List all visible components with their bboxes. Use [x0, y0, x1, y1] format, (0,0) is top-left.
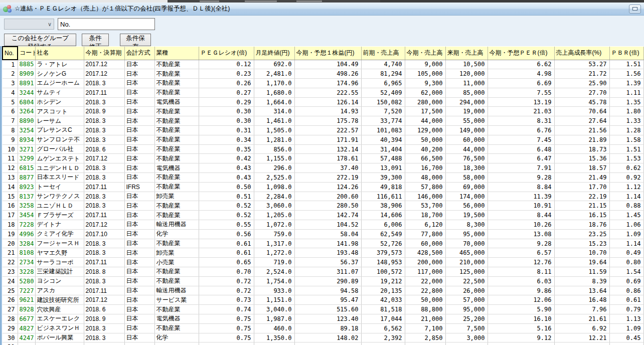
- table-row[interactable]: 4 3244 サムティ 2017.11 日本 不動産業 0.27 1,680.0…: [3, 88, 643, 97]
- header-accounting[interactable]: 会計方式: [124, 47, 154, 60]
- table-row[interactable]: 10 3271 グローバル社 2018. 6 日本 不動産業 0.35 856.…: [3, 144, 643, 154]
- header-name[interactable]: 社名: [35, 47, 84, 60]
- cell-sales-next: 19,000: [445, 107, 488, 116]
- header-growth[interactable]: 売上高成長率(%): [554, 47, 609, 60]
- header-sales-cur[interactable]: 今期・売上高: [405, 47, 445, 60]
- cell-growth: 11.59: [554, 267, 609, 277]
- table-row[interactable]: 20 3284 フージャースＨ 2018. 3 日本 不動産業 0.61 1,3…: [3, 239, 643, 248]
- cell-growth: 21.56: [554, 126, 609, 135]
- cell-pbr: 0.88: [609, 201, 643, 211]
- register-group-button[interactable]: この会社をグループ登録する: [4, 34, 76, 46]
- cell-no: 19: [3, 229, 18, 239]
- table-row[interactable]: 12 6815 ユニデンＨＬＤ 2018. 3 日本 電気機器 0.43 296…: [3, 163, 643, 173]
- cell-name: クミアイ化学: [35, 229, 84, 239]
- header-code[interactable]: コード: [18, 47, 35, 60]
- minimize-button[interactable]: [629, 5, 641, 14]
- table-row[interactable]: 22 2734 サーラコーポ 2017.11 日本 小売業 0.65 719.0…: [3, 258, 643, 267]
- cell-accounting: 日本: [124, 239, 154, 248]
- table-row[interactable]: 14 8923 トーセイ 2017.11 IFRS 不動産業 0.50 1,09…: [3, 182, 643, 192]
- cell-sales-cur: 22,800: [405, 286, 445, 295]
- cell-per: 11.39: [488, 192, 554, 201]
- header-industry[interactable]: 業種: [154, 47, 199, 60]
- cell-eps: 104.52: [294, 220, 361, 230]
- table-row[interactable]: 31: [3, 342, 643, 345]
- edit-condition-button[interactable]: 条件修正: [82, 34, 109, 46]
- cell-code: 3258: [18, 201, 35, 211]
- table-row[interactable]: 23 3228 三栄建築設計 2018. 8 日本 不動産業 0.70 2,52…: [3, 267, 643, 277]
- table-row[interactable]: 26 9621 建設技術研究所 2017.12 日本 サービス業 0.73 1,…: [3, 295, 643, 305]
- cell-pbr: 1.13: [609, 314, 643, 324]
- table-row[interactable]: 27 8928 穴吹興産 2018. 6 日本 不動産業 0.74 3,040.…: [3, 305, 643, 314]
- table-row[interactable]: 1 8885 ラ・アトレ 2017.12 日本 不動産業 0.12 692.0 …: [3, 60, 643, 69]
- save-condition-button[interactable]: 条件保存: [120, 34, 151, 46]
- column-select-dropdown[interactable]: ∨: [4, 19, 54, 30]
- table-row[interactable]: 29 4827 ビジネスワンＨ 2018. 3 日本 不動産業 0.75 460…: [3, 323, 643, 333]
- table-row[interactable]: 5 6804 ホシデン 2018. 3 日本 電気機器 0.29 1,664.0…: [3, 97, 643, 107]
- cell-code: 8108: [18, 248, 35, 258]
- table-row[interactable]: 21 8108 ヤマエ久野 2018. 3 日本 卸売業 0.61 1,272.…: [3, 248, 643, 258]
- table-row[interactable]: 19 4996 クミアイ化学 2017.10 日本 化学 0.56 759.0 …: [3, 229, 643, 239]
- table-row[interactable]: 6 3264 アスコット 2018. 9 日本 不動産業 0.30 314.0 …: [3, 107, 643, 116]
- table-row[interactable]: 2 8909 シノケンG 2017.12 日本 不動産業 0.23 2,481.…: [3, 69, 643, 79]
- table-row[interactable]: 28 6677 エスケーエレク 2018. 9 日本 電気機器 0.75 1,9…: [3, 314, 643, 324]
- header-pbr[interactable]: ＰＢＲ(倍): [609, 47, 643, 60]
- table-row[interactable]: 9 8934 サンフロンテ不 2018. 3 日本 不動産業 0.34 1,28…: [3, 135, 643, 144]
- table-row[interactable]: 18 7228 デイトナ 2017.12 日本 輸送用機器 0.55 1,072…: [3, 220, 643, 230]
- header-peg[interactable]: ＰＥＧレシオ(倍): [199, 47, 254, 60]
- cell-accounting: 日本: [124, 267, 154, 277]
- cell-eps: 58.04: [294, 229, 361, 239]
- cell-sales-cur: 9,300: [405, 79, 445, 88]
- table-row[interactable]: 11 3299 ムゲンエステト 2017.12 日本 不動産業 0.42 1,1…: [3, 154, 643, 163]
- cell-code: 9621: [18, 295, 35, 305]
- header-sales-next[interactable]: 来期・売上高: [445, 47, 488, 60]
- table-row[interactable]: 7 8890 レーサム 2018. 3 日本 不動産業 0.30 1,461.0…: [3, 116, 643, 126]
- table-row[interactable]: 17 3454 Ｆブラザーズ 2017.11 日本 不動産業 0.52 1,20…: [3, 211, 643, 220]
- cell-close: 3,060.0: [254, 201, 294, 211]
- cell-no: 25: [3, 286, 18, 295]
- header-no[interactable]: No.: [3, 47, 18, 60]
- table-row[interactable]: 30 4247 ポバール興業 2018. 3 日本 化学 0.75 1,350.…: [3, 333, 643, 342]
- cell-growth: 16.15: [554, 211, 609, 220]
- search-no-input[interactable]: [58, 18, 155, 30]
- cell-period: [84, 342, 124, 345]
- table-row[interactable]: 16 3258 ユニゾＨＬＤ 2018. 3 日本 不動産業 0.52 3,06…: [3, 201, 643, 211]
- cell-code: 4247: [18, 333, 35, 342]
- cell-sales-cur: 77,800: [405, 229, 445, 239]
- cell-growth: 45.78: [554, 97, 609, 107]
- cell-close: 1,754.0: [254, 276, 294, 286]
- table-row[interactable]: 24 5280 ヨシコン 2018. 3 日本 不動産業 0.72 1,754.…: [3, 276, 643, 286]
- cell-sales-prev: 39,300: [361, 173, 405, 183]
- cell-period: 2017.12: [84, 60, 124, 69]
- table-row[interactable]: 13 8877 日本エスリード 2018. 3 日本 不動産業 0.43 2,5…: [3, 173, 643, 183]
- cell-per: 9.28: [488, 173, 554, 183]
- header-period[interactable]: 今期・決算期: [84, 47, 124, 60]
- cell-sales-next: 3,000: [445, 333, 488, 342]
- table-row[interactable]: 25 7227 アスカ 2017.11 日本 輸送用機器 0.72 933.0 …: [3, 286, 643, 295]
- cell-eps: 515.60: [294, 305, 361, 314]
- cell-growth: 25.90: [554, 79, 609, 88]
- cell-code: 6815: [18, 163, 35, 173]
- table-row[interactable]: 8 3254 プレサンスC 2018. 3 日本 不動産業 0.31 1,505…: [3, 126, 643, 135]
- header-per[interactable]: 今期・予想ＰＥＲ(倍): [488, 47, 554, 60]
- cell-no: 7: [3, 116, 18, 126]
- cell-sales-cur: 62,000: [405, 88, 445, 97]
- table-row[interactable]: 15 8137 サンワテクノス 2018. 3 日本 卸売業 0.51 2,28…: [3, 192, 643, 201]
- cell-per: 6.57: [488, 248, 554, 258]
- cell-peg: 0.61: [199, 248, 254, 258]
- table-row[interactable]: 3 8891 エムジーホーム 2018. 3 日本 不動産業 0.26 1,17…: [3, 79, 643, 88]
- cell-industry: 卸売業: [154, 248, 199, 258]
- header-sales-prev[interactable]: 前期・売上高: [361, 47, 405, 60]
- window-titlebar[interactable]: ☆連結・ＰＥＧレシオ（売上）が１倍以下の会社(四季報予想、ＤＬ後)(全社): [0, 3, 644, 16]
- cell-growth: 21.49: [554, 173, 609, 183]
- cell-name: サーラコーポ: [35, 258, 84, 267]
- cell-accounting: 日本: [124, 107, 154, 116]
- cell-no: 14: [3, 182, 18, 192]
- cell-name: ユニゾＨＬＤ: [35, 201, 84, 211]
- header-eps[interactable]: 今期・予想１株益(円): [294, 47, 361, 60]
- cell-industry: サービス業: [154, 295, 199, 305]
- cell-eps: 311.07: [294, 267, 361, 277]
- toolbar: ∨ この会社をグループ登録する 条件修正 条件保存: [0, 16, 644, 46]
- cell-no: 27: [3, 305, 18, 314]
- header-close[interactable]: 月足終値(円): [254, 47, 294, 60]
- cell-close: 1,272.0: [254, 248, 294, 258]
